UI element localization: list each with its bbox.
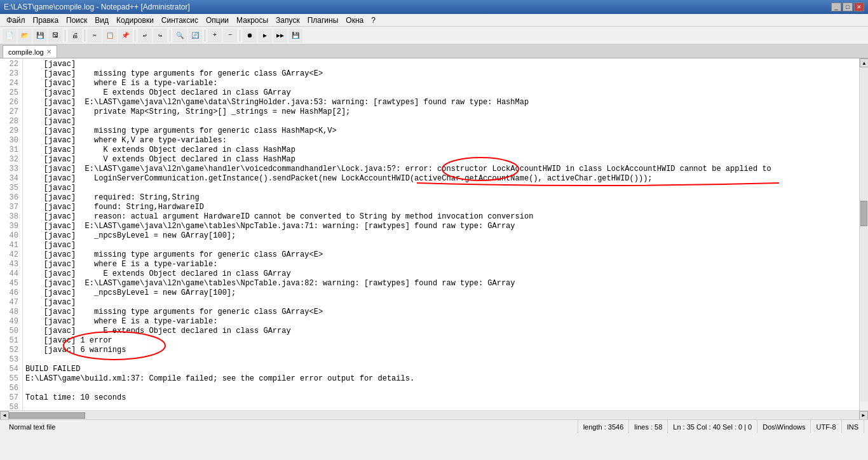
code-line-5: [javac] private Map<String, String>[] _s… bbox=[25, 107, 857, 117]
menu-item-кодировки[interactable]: Кодировки bbox=[112, 15, 158, 26]
code-line-18: [javac] _npcsByLevel = new GArray[100]; bbox=[25, 231, 857, 241]
line-num-34: 34 bbox=[4, 174, 18, 184]
code-line-31 bbox=[25, 355, 857, 365]
scroll-track[interactable] bbox=[860, 67, 868, 402]
status-bar: Normal text file length : 3546 lines : 5… bbox=[0, 419, 868, 433]
code-line-29: [javac] 1 error bbox=[25, 336, 857, 346]
line-num-52: 52 bbox=[4, 346, 18, 355]
menu-item-файл[interactable]: Файл bbox=[3, 15, 29, 26]
code-line-14: [javac] required: String,String bbox=[25, 193, 857, 203]
line-num-38: 38 bbox=[4, 212, 18, 222]
hscroll-left-button[interactable]: ◀ bbox=[0, 411, 9, 420]
menu-item-плагины[interactable]: Плагины bbox=[304, 15, 342, 26]
line-num-51: 51 bbox=[4, 336, 18, 346]
menu-item-синтаксис[interactable]: Синтаксис bbox=[158, 15, 202, 26]
open-button[interactable]: 📂 bbox=[18, 29, 32, 43]
code-line-20: [javac] missing type arguments for gener… bbox=[25, 250, 857, 260]
menu-item-поиск[interactable]: Поиск bbox=[62, 15, 91, 26]
window-controls[interactable]: _ □ ✕ bbox=[831, 3, 864, 11]
scroll-thumb[interactable] bbox=[860, 201, 867, 226]
zoom-out-button[interactable]: − bbox=[223, 29, 237, 43]
code-line-32: BUILD FAILED bbox=[25, 365, 857, 374]
vertical-scrollbar[interactable]: ▲ ▼ bbox=[859, 58, 868, 410]
editor-container: 2223242526272829303132333435363738394041… bbox=[0, 58, 868, 419]
tab-label: compile.log bbox=[8, 48, 44, 56]
code-line-21: [javac] where E is a type-variable: bbox=[25, 260, 857, 269]
code-line-17: [javac] E:\LAST\game\java\l2n\game\table… bbox=[25, 222, 857, 231]
copy-button[interactable]: 📋 bbox=[103, 29, 117, 43]
menu-item-правка[interactable]: Правка bbox=[29, 15, 63, 26]
cut-button[interactable]: ✂ bbox=[88, 29, 102, 43]
save-button[interactable]: 💾 bbox=[33, 29, 47, 43]
code-line-25: [javac] bbox=[25, 298, 857, 308]
menu-item-?[interactable]: ? bbox=[367, 15, 379, 26]
line-num-39: 39 bbox=[4, 222, 18, 231]
code-line-23: [javac] E:\LAST\game\java\l2n\game\table… bbox=[25, 279, 857, 288]
scroll-up-button[interactable]: ▲ bbox=[860, 58, 868, 67]
line-num-47: 47 bbox=[4, 298, 18, 308]
code-line-4: [javac] E:\LAST\game\java\l2n\game\data\… bbox=[25, 98, 857, 107]
line-num-32: 32 bbox=[4, 155, 18, 165]
find-button[interactable]: 🔍 bbox=[173, 29, 187, 43]
code-line-6: [javac] bbox=[25, 117, 857, 126]
menu-bar: ФайлПравкаПоискВидКодировкиСинтаксисОпци… bbox=[0, 14, 868, 27]
code-line-33: E:\LAST\game\build.xml:37: Compile faile… bbox=[25, 374, 857, 384]
tab-close-button[interactable]: ✕ bbox=[46, 48, 51, 55]
line-num-26: 26 bbox=[4, 98, 18, 107]
tab-compile-log[interactable]: compile.log ✕ bbox=[3, 45, 57, 58]
line-num-31: 31 bbox=[4, 145, 18, 155]
code-line-35: Total time: 10 seconds bbox=[25, 393, 857, 403]
line-num-29: 29 bbox=[4, 126, 18, 136]
redo-button[interactable]: ↪ bbox=[153, 29, 167, 43]
menu-item-макросы[interactable]: Макросы bbox=[233, 15, 272, 26]
code-line-13: [javac] bbox=[25, 184, 857, 193]
line-num-30: 30 bbox=[4, 136, 18, 145]
replace-button[interactable]: 🔄 bbox=[188, 29, 202, 43]
code-line-24: [javac] _npcsByLevel = new GArray[100]; bbox=[25, 288, 857, 298]
new-button[interactable]: 📄 bbox=[3, 29, 17, 43]
code-line-19: [javac] bbox=[25, 241, 857, 250]
line-num-42: 42 bbox=[4, 250, 18, 260]
close-button[interactable]: ✕ bbox=[854, 3, 864, 11]
code-line-16: [javac] reason: actual argument Hardware… bbox=[25, 212, 857, 222]
print-button[interactable]: 🖨 bbox=[68, 29, 82, 43]
line-num-35: 35 bbox=[4, 184, 18, 193]
editor-wrapper: 2223242526272829303132333435363738394041… bbox=[0, 58, 868, 410]
macro-play-button[interactable]: ▶ bbox=[258, 29, 272, 43]
line-num-37: 37 bbox=[4, 203, 18, 212]
code-line-8: [javac] where K,V are type-variables: bbox=[25, 136, 857, 145]
line-num-28: 28 bbox=[4, 117, 18, 126]
macro-play-multi-button[interactable]: ▶▶ bbox=[273, 29, 287, 43]
hscroll-right-button[interactable]: ▶ bbox=[859, 411, 868, 420]
line-num-44: 44 bbox=[4, 269, 18, 279]
hscroll-track[interactable] bbox=[9, 412, 859, 419]
encoding-status: UTF-8 bbox=[811, 420, 841, 433]
hscroll-thumb[interactable] bbox=[9, 412, 85, 419]
save-all-button[interactable]: 🖫 bbox=[48, 29, 62, 43]
zoom-in-button[interactable]: + bbox=[208, 29, 222, 43]
menu-item-запуск[interactable]: Запуск bbox=[272, 15, 304, 26]
line-num-58: 58 bbox=[4, 403, 18, 410]
menu-item-вид[interactable]: Вид bbox=[91, 15, 112, 26]
line-num-25: 25 bbox=[4, 88, 18, 98]
cursor-position-status: Ln : 35 Col : 40 Sel : 0 | 0 bbox=[668, 420, 757, 433]
line-num-27: 27 bbox=[4, 107, 18, 117]
menu-item-опции[interactable]: Опции bbox=[202, 15, 233, 26]
code-area[interactable]: [javac] [javac] missing type arguments f… bbox=[23, 58, 859, 410]
restore-button[interactable]: □ bbox=[843, 3, 853, 11]
minimize-button[interactable]: _ bbox=[831, 3, 841, 11]
macro-record-button[interactable]: ⏺ bbox=[243, 29, 257, 43]
toolbar-separator-3 bbox=[135, 30, 135, 41]
insert-mode-status: INS bbox=[842, 420, 864, 433]
horizontal-scrollbar[interactable]: ◀ ▶ bbox=[0, 410, 868, 419]
menu-item-окна[interactable]: Окна bbox=[342, 15, 367, 26]
line-num-45: 45 bbox=[4, 279, 18, 288]
paste-button[interactable]: 📌 bbox=[118, 29, 132, 43]
tab-bar: compile.log ✕ bbox=[0, 44, 868, 58]
macro-save-button[interactable]: 💾 bbox=[288, 29, 302, 43]
line-num-49: 49 bbox=[4, 317, 18, 327]
title-bar: E:\LAST\game\compile.log - Notepad++ [Ad… bbox=[0, 0, 868, 14]
line-ending-status: Dos\Windows bbox=[757, 420, 811, 433]
undo-button[interactable]: ↩ bbox=[138, 29, 152, 43]
line-num-46: 46 bbox=[4, 288, 18, 298]
